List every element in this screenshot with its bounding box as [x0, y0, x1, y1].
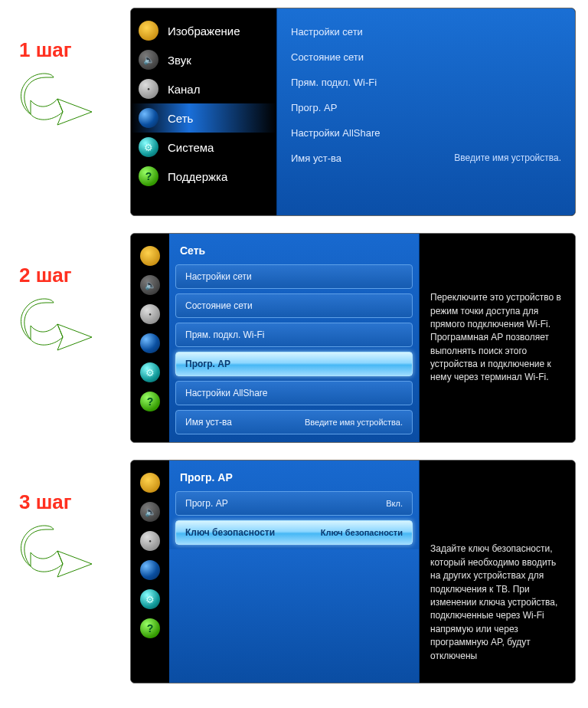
option-security-key[interactable]: Ключ безопасности Ключ безопасности — [175, 520, 413, 545]
step-2-arrow-icon — [15, 295, 130, 367]
step-1-label-column: 1 шаг — [8, 8, 130, 142]
channel-icon[interactable] — [140, 531, 160, 551]
sound-icon — [139, 50, 158, 70]
sidebar-item-label: Канал — [168, 83, 200, 96]
sound-icon[interactable] — [140, 275, 160, 295]
image-icon[interactable] — [140, 246, 160, 266]
submenu-item-wifi-direct[interactable]: Прям. подкл. Wi-Fi — [291, 70, 561, 95]
step-2-help-panel: Переключите это устройство в режим точки… — [420, 234, 575, 442]
globe-icon[interactable] — [140, 333, 160, 353]
help-icon[interactable] — [140, 618, 160, 638]
sidebar-item-image[interactable]: Изображение — [131, 16, 276, 45]
step-2-label-column: 2 шаг — [8, 233, 130, 367]
help-icon[interactable] — [140, 392, 160, 411]
step-3-arrow-icon — [15, 522, 130, 594]
option-wifi-direct[interactable]: Прям. подкл. Wi-Fi — [175, 323, 413, 347]
submenu-item-allshare[interactable]: Настройки AllShare — [291, 120, 561, 146]
step-1-arrow-icon — [15, 70, 130, 142]
step-3-center-panel: Прогр. AP Прогр. AP Вкл. Ключ безопаснос… — [169, 461, 420, 683]
step-2-tv-panel: Сеть Настройки сети Состояние сети Прям.… — [130, 233, 576, 443]
help-text: Переключите это устройство в режим точки… — [430, 291, 564, 385]
submenu-item-net-status[interactable]: Состояние сети — [291, 44, 561, 70]
sidebar-item-label: Поддержка — [168, 170, 227, 183]
step-1-submenu: Настройки сети Состояние сети Прям. подк… — [276, 8, 575, 215]
channel-icon[interactable] — [140, 304, 160, 324]
help-icon — [139, 166, 158, 186]
gear-icon[interactable] — [140, 362, 160, 382]
step-2-center-panel: Сеть Настройки сети Состояние сети Прям.… — [169, 234, 420, 442]
step-3-tv-panel: Прогр. AP Прогр. AP Вкл. Ключ безопаснос… — [130, 460, 576, 683]
step-3-label-column: 3 шаг — [8, 460, 130, 594]
option-allshare[interactable]: Настройки AllShare — [175, 381, 413, 405]
sidebar-item-system[interactable]: Система — [131, 133, 276, 162]
option-device-name[interactable]: Имя уст-ва Введите имя устройства. — [175, 410, 413, 434]
sidebar-item-label: Звук — [168, 54, 191, 67]
panel-title: Сеть — [175, 241, 413, 264]
channel-icon — [139, 79, 158, 99]
sound-icon[interactable] — [140, 502, 160, 522]
option-net-settings[interactable]: Настройки сети — [175, 264, 413, 289]
option-soft-ap[interactable]: Прогр. AP — [175, 352, 413, 376]
step-2-label: 2 шаг — [19, 264, 130, 287]
empty-area — [169, 549, 419, 683]
sidebar-item-network[interactable]: Сеть — [131, 103, 276, 133]
help-text: Задайте ключ безопасности, который необх… — [430, 542, 564, 663]
sidebar-item-support[interactable]: Поддержка — [131, 162, 276, 191]
step-1-sidebar: Изображение Звук Канал Сеть Система Подд… — [131, 8, 276, 215]
step-3-help-panel: Задайте ключ безопасности, который необх… — [420, 461, 575, 683]
step-2-sidebar — [131, 234, 169, 442]
step-2: 2 шаг Сеть Настройки сети Состояние сети… — [8, 233, 580, 443]
globe-icon[interactable] — [140, 560, 160, 580]
step-1-tv-panel: Изображение Звук Канал Сеть Система Подд… — [130, 8, 576, 216]
option-soft-ap-toggle[interactable]: Прогр. AP Вкл. — [175, 491, 413, 516]
image-icon — [139, 21, 158, 41]
globe-icon — [139, 108, 158, 128]
submenu-item-soft-ap[interactable]: Прогр. AP — [291, 95, 561, 120]
gear-icon — [139, 137, 158, 157]
sidebar-item-label: Сеть — [168, 112, 193, 125]
step-3-sidebar — [131, 461, 169, 683]
step-3: 3 шаг Прогр. AP Прогр. AP Вкл. Клю — [8, 460, 580, 683]
option-net-status[interactable]: Состояние сети — [175, 293, 413, 318]
step-3-label: 3 шаг — [19, 490, 130, 514]
submenu-item-net-settings[interactable]: Настройки сети — [291, 19, 561, 44]
sidebar-item-label: Система — [168, 141, 214, 154]
sidebar-item-label: Изображение — [168, 25, 240, 38]
sidebar-item-channel[interactable]: Канал — [131, 74, 276, 103]
submenu-item-device-name[interactable]: Имя уст-ва Введите имя устройства. — [291, 146, 561, 171]
step-1: 1 шаг Изображение Звук Канал — [8, 8, 580, 216]
step-1-label: 1 шаг — [19, 38, 130, 62]
sidebar-item-sound[interactable]: Звук — [131, 45, 276, 74]
gear-icon[interactable] — [140, 589, 160, 609]
panel-title: Прогр. AP — [175, 468, 413, 491]
image-icon[interactable] — [140, 473, 160, 493]
